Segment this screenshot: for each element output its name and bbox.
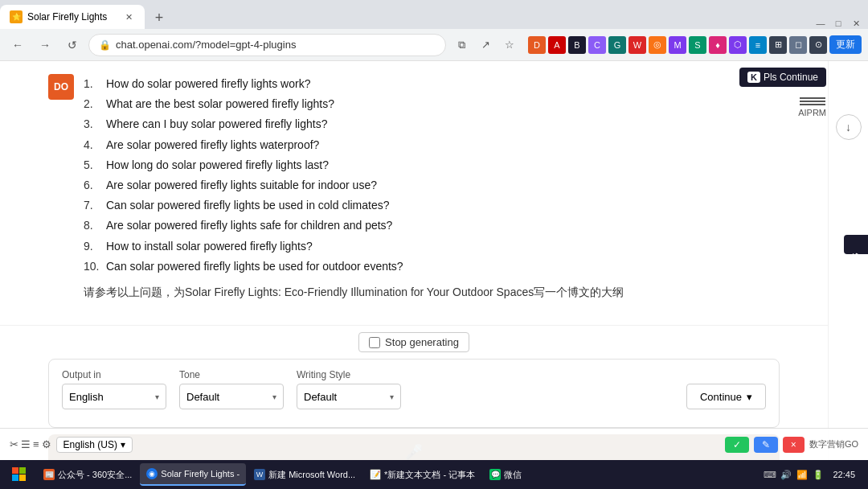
input-tools: ✂ ☰ ≡ ⚙ — [10, 438, 51, 450]
ext-icon-10[interactable]: ♦ — [709, 36, 727, 54]
stop-checkbox[interactable] — [369, 337, 380, 348]
aiprm-label: AIPRM — [798, 108, 826, 117]
address-bar-row: ← → ↺ 🔒 chat.openai.com/?model=gpt-4-plu… — [0, 29, 868, 61]
new-tab-button[interactable]: + — [148, 6, 170, 29]
tray-icon-4[interactable]: 🔋 — [812, 468, 825, 481]
output-value: English — [69, 391, 104, 403]
tab-close-button[interactable]: ✕ — [122, 10, 135, 23]
ext-icon-12[interactable]: ≡ — [749, 36, 767, 54]
extension-icons: D A B C G W ◎ M S ♦ ⬡ ≡ ⊞ ◻ ⊙ 更新 — [528, 35, 862, 54]
tone-field: Tone Default ▾ — [179, 369, 284, 409]
taskbar-items: 📰 公众号 - 360安全... ◉ Solar Firefly Lights … — [37, 463, 762, 486]
style-select[interactable]: Default ▾ — [297, 384, 401, 409]
close-window-button[interactable]: ✕ — [850, 18, 862, 29]
close-strip-button[interactable]: × — [783, 437, 805, 453]
ext-icon-5[interactable]: G — [608, 36, 626, 54]
tray-icon-1[interactable]: ⌨ — [764, 468, 776, 481]
ext-icon-9[interactable]: S — [689, 36, 706, 54]
ext-icon-1[interactable]: D — [528, 36, 546, 54]
list-item: 6. Are solar powered firefly lights suit… — [84, 175, 780, 195]
maximize-button[interactable]: □ — [833, 18, 844, 29]
message-row: DO 1. How do solar powered firefly light… — [48, 74, 780, 301]
ext-icon-6[interactable]: W — [628, 36, 646, 54]
taskbar-item-word[interactable]: W 新建 Microsoft Word... — [248, 463, 362, 486]
tone-select[interactable]: Default ▾ — [179, 384, 284, 409]
update-button[interactable]: 更新 — [829, 35, 862, 54]
style-value: Default — [304, 391, 337, 403]
list-item: 8. Are solar powered firefly lights safe… — [84, 216, 780, 236]
main-content: K Pls Continue AIPRM ✎ DO 1. How do sola… — [0, 61, 868, 489]
edit-button[interactable]: ✎ — [754, 437, 778, 453]
aiprm-toolbar: Output in English ▾ Tone Default ▾ Writi… — [48, 359, 780, 428]
output-label: Output in — [62, 369, 166, 380]
item-num: 7. — [84, 195, 103, 216]
chat-area: ✎ DO 1. How do solar powered firefly lig… — [0, 61, 828, 489]
ext-icon-8[interactable]: M — [669, 36, 686, 54]
list-item: 10. Can solar powered firefly lights be … — [84, 257, 780, 277]
quick-command-button[interactable]: 快捷指令 — [844, 235, 868, 254]
output-select[interactable]: English ▾ — [62, 384, 166, 409]
tab-title: Solar Firefly Lights — [27, 11, 117, 23]
confirm-button[interactable]: ✓ — [725, 437, 749, 453]
lang-text: English (US) — [63, 439, 117, 450]
user-avatar: DO — [48, 74, 74, 100]
bookmark-icon[interactable]: ☆ — [499, 35, 520, 55]
stop-bar: Stop generating — [0, 325, 828, 359]
taskbar-item-notepad[interactable]: 📝 *新建文本文档 - 记事本 — [363, 463, 481, 486]
aiprm-bar2 — [800, 101, 825, 102]
stop-generating-button[interactable]: Stop generating — [358, 332, 469, 352]
ext-icon-15[interactable]: ⊙ — [809, 36, 827, 54]
item-num: 1. — [84, 74, 103, 94]
message-content: 1. How do solar powered firefly lights w… — [84, 74, 780, 301]
bottom-strip-left: ✂ ☰ ≡ ⚙ English (US) ▾ — [10, 437, 133, 453]
taskbar-item-browser[interactable]: ◉ Solar Firefly Lights - — [140, 463, 246, 486]
item-text: Where can I buy solar powered firefly li… — [106, 114, 327, 134]
list-item: 7. Can solar powered firefly lights be u… — [84, 195, 780, 216]
windows-logo-icon — [12, 467, 27, 482]
start-button[interactable] — [3, 463, 35, 486]
reload-button[interactable]: ↺ — [61, 34, 84, 56]
aiprm-side-area: AIPRM — [798, 97, 826, 117]
item-text: How to install solar powered firefly lig… — [106, 236, 313, 257]
minimize-button[interactable]: — — [815, 18, 826, 29]
marketing-logo: 数字营销GO — [809, 438, 858, 450]
taskbar-item-news[interactable]: 📰 公众号 - 360安全... — [37, 463, 138, 486]
ext-icon-13[interactable]: ⊞ — [769, 36, 787, 54]
taskbar: 📰 公众号 - 360安全... ◉ Solar Firefly Lights … — [0, 460, 868, 489]
back-button[interactable]: ← — [6, 34, 29, 56]
forward-button[interactable]: → — [34, 34, 56, 56]
ext-icon-2[interactable]: A — [548, 36, 566, 54]
tray-icon-2[interactable]: 🔊 — [780, 468, 792, 481]
ext-icon-11[interactable]: ⬡ — [729, 36, 747, 54]
scroll-down-button[interactable]: ↓ — [836, 114, 862, 140]
ext-icon-14[interactable]: ◻ — [789, 36, 807, 54]
item-num: 2. — [84, 94, 103, 114]
tray-icon-3[interactable]: 📶 — [796, 468, 809, 481]
ext-icon-7[interactable]: ◎ — [649, 36, 666, 54]
list-item: 2. What are the best solar powered firef… — [84, 94, 780, 114]
pls-continue-button[interactable]: K Pls Continue — [739, 68, 826, 87]
screenshot-icon[interactable]: ⧉ — [451, 35, 472, 55]
list-icon: ☰ — [21, 438, 31, 450]
item-text: Are solar powered firefly lights safe fo… — [106, 216, 392, 236]
list-item: 5. How long do solar powered firefly lig… — [84, 155, 780, 175]
tools-icon: ⚙ — [42, 438, 51, 450]
address-field[interactable]: 🔒 chat.openai.com/?model=gpt-4-plugins — [88, 34, 446, 56]
k-icon: K — [747, 72, 760, 83]
list-item: 1. How do solar powered firefly lights w… — [84, 74, 780, 94]
share-icon[interactable]: ↗ — [475, 35, 496, 55]
scissors-icon: ✂ — [10, 438, 18, 450]
item-text: Are solar powered firefly lights suitabl… — [106, 175, 377, 195]
system-clock[interactable]: 22:45 — [829, 469, 858, 480]
language-selector[interactable]: English (US) ▾ — [56, 437, 133, 453]
list-item: 9. How to install solar powered firefly … — [84, 236, 780, 257]
ext-icon-4[interactable]: C — [588, 36, 606, 54]
url-text: chat.openai.com/?model=gpt-4-plugins — [116, 39, 436, 51]
ext-icon-3[interactable]: B — [568, 36, 586, 54]
taskbar-item-wechat[interactable]: 💬 微信 — [483, 463, 528, 486]
pls-continue-label: Pls Continue — [764, 72, 818, 83]
lock-icon: 🔒 — [99, 39, 111, 51]
continue-button[interactable]: Continue ▾ — [686, 384, 766, 409]
active-tab[interactable]: ⭐ Solar Firefly Lights ✕ — [0, 5, 145, 29]
svg-rect-1 — [19, 467, 26, 474]
